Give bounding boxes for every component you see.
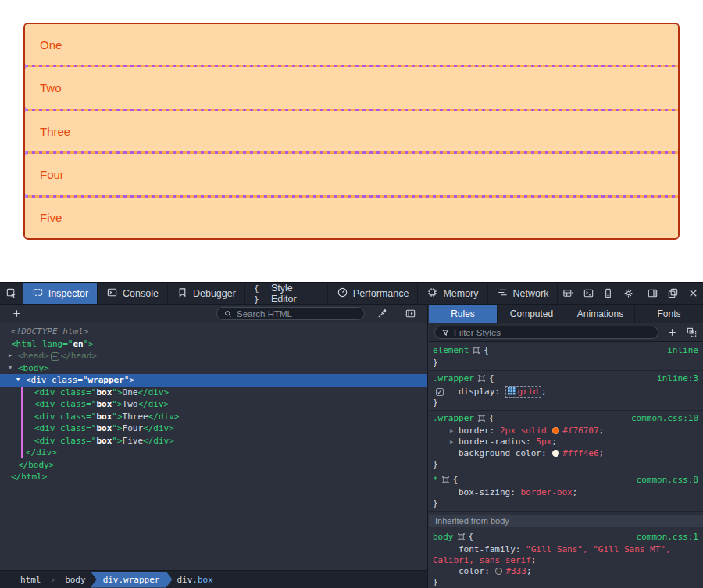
dock-side-button[interactable] [643,283,663,304]
settings-button[interactable] [619,283,639,304]
grid-highlighter-toggle[interactable]: grid [505,386,542,398]
rule-selector[interactable]: .wrapper [433,413,474,423]
stylesheet-link[interactable]: common.css:10 [631,413,698,424]
color-swatch[interactable] [552,450,559,457]
highlight-matches-icon[interactable] [477,375,486,385]
pseudo-class-panel-button[interactable] [686,326,698,338]
expand-pane-button[interactable] [400,308,421,319]
highlight-matches-icon[interactable] [441,476,450,486]
tab-label: Inspector [48,288,88,299]
declaration-checkbox[interactable] [436,388,444,396]
memory-icon [426,287,438,301]
collapse-arrow-icon[interactable]: ▼ [16,374,20,387]
property-name: display [459,387,494,397]
property-value[interactable]: #f76707 [562,426,598,436]
highlight-matches-icon[interactable] [457,533,466,543]
tree-node-row[interactable]: <div class="box">Five</div> [0,435,427,447]
toolbox-tab-style-editor[interactable]: { }Style Editor [245,283,328,304]
sidebar-tab-fonts[interactable]: Fonts [635,305,703,323]
toolbox-tab-performance[interactable]: Performance [328,283,419,304]
toolbox-tab-inspector[interactable]: Inspector [23,283,98,304]
eyedropper-button[interactable] [372,308,393,319]
highlight-matches-icon[interactable] [477,415,486,425]
add-rule-button[interactable] [666,326,678,338]
color-swatch[interactable] [495,568,502,575]
rule-selector[interactable]: .wrapper [433,373,474,383]
sidebar-tab-rules[interactable]: Rules [429,305,498,323]
split-console-button[interactable] [578,283,598,304]
stylesheet-link[interactable]: common.css:8 [637,475,698,486]
stylesheet-link[interactable]: common.css:1 [637,532,698,543]
separate-window-button[interactable] [662,283,683,304]
funnel-icon [441,328,450,337]
property-name: font-family [459,544,516,554]
tree-node-row[interactable]: <div class="box">One</div> [0,387,427,399]
toolbox-tab-console[interactable]: Console [98,283,168,304]
css-declaration[interactable]: ▶border-radius: 5px; [429,437,703,447]
rule-selector[interactable]: body [433,532,454,542]
property-value[interactable]: #333 [505,566,526,576]
rule-selector[interactable]: * [433,475,438,485]
debugger-icon [177,287,188,301]
expand-arrow-icon[interactable]: ▶ [9,350,12,362]
css-declaration[interactable]: font-family: "Gill Sans", "Gill Sans MT"… [429,544,703,566]
css-declaration[interactable]: background-color: #fff4e6; [429,448,703,459]
property-name: border [459,426,490,436]
stylesheet-link[interactable]: inline [667,345,698,356]
tree-node-row[interactable]: ▶<head>⋯</head> [0,350,427,362]
tree-node-row[interactable]: </div> [0,447,427,459]
collapse-arrow-icon[interactable]: ▼ [9,362,12,375]
breadcrumb-item[interactable]: body [63,575,87,585]
expand-shorthand-icon[interactable]: ▶ [450,437,453,447]
sidebar-tab-computed[interactable]: Computed [498,305,566,323]
property-name: color [459,566,484,576]
grid-box-label: One [40,38,62,52]
tree-node-row[interactable]: <div class="box">Three</div> [0,411,427,423]
property-value[interactable]: grid [518,387,539,397]
rule-selector[interactable]: element [433,345,469,355]
css-declaration[interactable]: box-sizing: border-box; [429,487,703,498]
property-value[interactable]: 5px [536,437,551,447]
tree-node-row[interactable]: </html> [0,471,427,483]
toolbox-tab-debugger[interactable]: Debugger [168,283,245,304]
grid-box: Two [25,67,678,108]
grid-box: Four [25,154,678,194]
filter-styles-input[interactable]: Filter Styles [434,326,658,339]
add-node-button[interactable] [6,308,27,319]
sidebar-tab-animations[interactable]: Animations [566,305,635,323]
breadcrumb-item[interactable]: html [19,575,43,585]
css-declaration[interactable]: color: #333; [429,566,703,577]
tree-node-row[interactable]: </body> [0,459,427,472]
stylesheet-link[interactable]: inline:3 [657,373,698,384]
screenshot-root: OneTwoThreeFourFive InspectorConsoleDebu… [0,0,703,588]
frame-picker-button[interactable] [558,283,578,304]
expand-shorthand-icon[interactable]: ▶ [450,426,453,437]
rules-list: element{inline}.wrapper{inline:3display:… [429,342,703,588]
responsive-mode-button[interactable] [598,283,619,304]
grid-line [25,109,678,111]
node-picker-button[interactable] [0,283,23,304]
tree-node-row[interactable]: <div class="box">Two</div> [0,398,427,411]
toolbox-tab-network[interactable]: Network [488,283,558,304]
tree-node-row[interactable]: <!DOCTYPE html> [0,326,427,338]
rules-toolbar: Filter Styles [429,323,703,342]
grid-line [25,65,678,67]
tree-node-row[interactable]: <html lang="en"> [0,338,427,351]
tree-node-row[interactable]: ▼<body> [0,362,427,375]
tree-node-row[interactable]: <div class="box">Four</div> [0,422,427,435]
close-button[interactable] [683,283,703,304]
search-input[interactable]: Search HTML [216,307,365,320]
highlight-matches-icon[interactable] [472,347,480,357]
css-declaration[interactable]: display: grid; [429,387,703,397]
grid-box-label: Two [40,81,62,94]
breadcrumb-item[interactable]: div.box [175,575,214,585]
property-value[interactable]: #fff4e6 [562,448,598,458]
css-declaration[interactable]: ▶border: 2px solid #f76707; [429,426,703,437]
property-name: box-sizing [459,487,510,497]
property-value[interactable]: border-box [520,487,572,497]
toolbox-tab-memory[interactable]: Memory [418,283,487,304]
color-swatch[interactable] [552,427,559,434]
selected-node-row[interactable]: ▼<div class="wrapper"> [0,374,427,387]
breadcrumb-item[interactable]: div.wrapper [91,572,173,588]
property-name: background-color [459,448,541,458]
